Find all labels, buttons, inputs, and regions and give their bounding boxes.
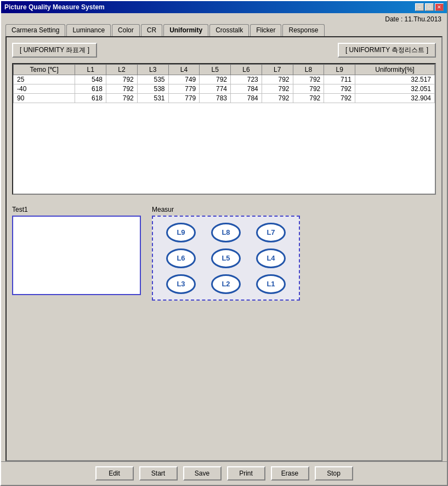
- measur-section: Measur L9L8L7L6L5L4L3L2L1: [152, 206, 300, 301]
- tab-uniformity[interactable]: Uniformity: [163, 24, 208, 36]
- table-cell: 779: [168, 84, 200, 94]
- tab-crosstalk[interactable]: Crosstalk: [209, 24, 249, 36]
- tab-bar: Carmera SettingLuminanceColorCRUniformit…: [1, 24, 447, 36]
- table-row: 2554879253574979272379279271132.517: [14, 75, 435, 84]
- table-row: 9061879253177978378479279279232.904: [14, 94, 435, 103]
- table-header: L7: [262, 65, 293, 75]
- table-header: Uniformity[%]: [355, 65, 435, 75]
- table-header: L6: [231, 65, 262, 75]
- tab-response[interactable]: Response: [282, 24, 324, 36]
- tab-cr[interactable]: CR: [141, 24, 162, 36]
- table-cell: 538: [137, 84, 168, 94]
- l-button-l3[interactable]: L3: [166, 274, 196, 294]
- table-header: L4: [168, 65, 200, 75]
- window-title: Picture Quality Measure System: [4, 3, 105, 11]
- table-cell: 792: [293, 94, 324, 103]
- close-button[interactable]: ✕: [435, 3, 444, 11]
- title-bar: Picture Quality Measure System − □ ✕: [1, 1, 447, 13]
- window-controls: − □ ✕: [415, 3, 444, 11]
- table-header: L5: [200, 65, 231, 75]
- table-header: L1: [75, 65, 106, 75]
- stop-button[interactable]: Stop: [315, 466, 353, 481]
- l-button-l9[interactable]: L9: [166, 223, 196, 242]
- l-button-l5[interactable]: L5: [211, 248, 241, 268]
- content-area: [ UNIFORMITY 좌표계 ] [ UNIFORMITY 측정리스트 ] …: [5, 36, 443, 461]
- table-row: -4061879253877977478479279279232.051: [14, 84, 435, 94]
- footer: EditStartSavePrintEraseStop: [1, 461, 447, 485]
- bottom-section: Test1 Measur L9L8L7L6L5L4L3L2L1: [12, 200, 436, 306]
- table-cell: 32.904: [355, 94, 435, 103]
- date-display: Date : 11.Thu.2013: [1, 13, 447, 24]
- test1-section: Test1: [12, 206, 141, 301]
- tab-flicker[interactable]: Flicker: [250, 24, 281, 36]
- tab-carmera-setting[interactable]: Carmera Setting: [5, 24, 65, 36]
- table-cell: -40: [14, 84, 75, 94]
- l-button-l6[interactable]: L6: [166, 248, 196, 268]
- test1-label: Test1: [12, 206, 141, 213]
- data-table: Temo [℃]L1L2L3L4L5L6L7L8L9Uniformity[%] …: [13, 64, 435, 103]
- table-cell: 792: [200, 75, 231, 84]
- l-button-l2[interactable]: L2: [211, 274, 241, 294]
- table-cell: 784: [231, 84, 262, 94]
- table-cell: 792: [262, 94, 293, 103]
- table-cell: 792: [106, 75, 138, 84]
- table-header: L2: [106, 65, 138, 75]
- l-button-l1[interactable]: L1: [256, 274, 286, 294]
- uniformity-measure-button[interactable]: [ UNIFORMITY 측정리스트 ]: [338, 43, 436, 58]
- table-cell: 32.517: [355, 75, 435, 84]
- table-cell: 792: [106, 84, 138, 94]
- table-header: L3: [137, 65, 168, 75]
- main-window: Picture Quality Measure System − □ ✕ Dat…: [0, 0, 448, 486]
- table-cell: 792: [262, 75, 293, 84]
- top-action-buttons: [ UNIFORMITY 좌표계 ] [ UNIFORMITY 측정리스트 ]: [12, 43, 436, 58]
- measur-grid: L9L8L7L6L5L4L3L2L1: [161, 222, 291, 294]
- table-header: Temo [℃]: [14, 65, 75, 75]
- tab-color[interactable]: Color: [112, 24, 140, 36]
- measur-label: Measur: [152, 206, 300, 213]
- maximize-button[interactable]: □: [425, 3, 434, 11]
- table-cell: 32.051: [355, 84, 435, 94]
- l-button-l4[interactable]: L4: [256, 248, 286, 268]
- minimize-button[interactable]: −: [415, 3, 424, 11]
- measur-grid-container: L9L8L7L6L5L4L3L2L1: [152, 216, 300, 301]
- table-cell: 784: [231, 94, 262, 103]
- erase-button[interactable]: Erase: [271, 466, 309, 481]
- table-cell: 749: [168, 75, 200, 84]
- tab-luminance[interactable]: Luminance: [66, 24, 111, 36]
- table-cell: 774: [200, 84, 231, 94]
- save-button[interactable]: Save: [183, 466, 222, 481]
- print-button[interactable]: Print: [227, 466, 265, 481]
- table-cell: 548: [75, 75, 106, 84]
- table-cell: 531: [137, 94, 168, 103]
- table-cell: 792: [324, 94, 355, 103]
- l-button-l7[interactable]: L7: [256, 223, 286, 242]
- data-table-container: Temo [℃]L1L2L3L4L5L6L7L8L9Uniformity[%] …: [12, 63, 436, 195]
- l-button-l8[interactable]: L8: [211, 223, 241, 242]
- table-cell: 90: [14, 94, 75, 103]
- table-cell: 535: [137, 75, 168, 84]
- table-cell: 792: [106, 94, 138, 103]
- start-button[interactable]: Start: [139, 466, 178, 481]
- table-header: L9: [324, 65, 355, 75]
- table-cell: 792: [293, 84, 324, 94]
- table-cell: 618: [75, 94, 106, 103]
- table-cell: 779: [168, 94, 200, 103]
- table-cell: 25: [14, 75, 75, 84]
- table-cell: 792: [324, 84, 355, 94]
- table-cell: 783: [200, 94, 231, 103]
- table-cell: 711: [324, 75, 355, 84]
- table-cell: 792: [293, 75, 324, 84]
- table-cell: 618: [75, 84, 106, 94]
- table-header: L8: [293, 65, 324, 75]
- table-cell: 723: [231, 75, 262, 84]
- edit-button[interactable]: Edit: [95, 466, 134, 481]
- test1-box: [12, 216, 141, 295]
- uniformity-coord-button[interactable]: [ UNIFORMITY 좌표계 ]: [12, 43, 97, 58]
- table-cell: 792: [262, 84, 293, 94]
